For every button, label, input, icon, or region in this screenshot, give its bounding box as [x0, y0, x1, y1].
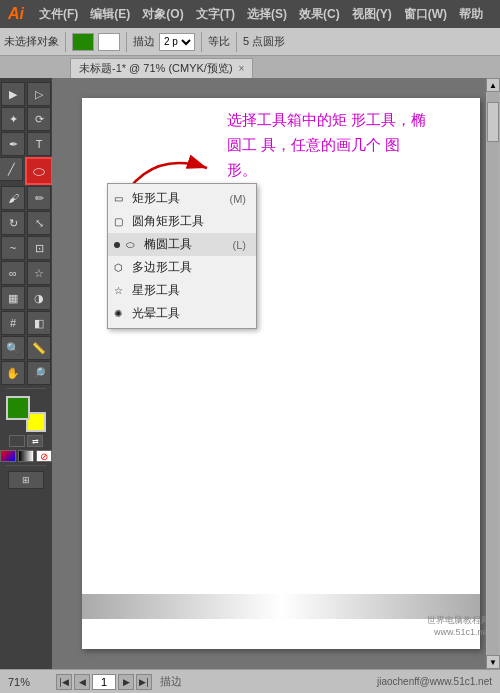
page-nav: |◀ ◀ ▶ ▶|: [56, 674, 152, 690]
watermark: 世界电脑教程网 www.51c1.net: [427, 614, 490, 639]
watermark-status: jiaochenff@www.51c1.net: [377, 676, 492, 687]
right-scrollbar: ▲ ▼: [486, 78, 500, 669]
gradient-tool[interactable]: ◧: [27, 311, 51, 335]
tool-row-3: ✒ T: [1, 132, 51, 156]
color-mini-row: ⇄: [9, 435, 43, 447]
fg-color-box[interactable]: [6, 396, 30, 420]
scale-tool[interactable]: ⤡: [27, 211, 51, 235]
page-input[interactable]: [92, 674, 116, 690]
status-right: jiaochenff@www.51c1.net: [377, 676, 492, 687]
tool-row-1: ▶ ▷: [1, 82, 51, 106]
menu-item-rect[interactable]: ▭ 矩形工具 (M): [108, 187, 256, 210]
symbol-tool[interactable]: ☆: [27, 261, 51, 285]
shape-label: 5 点圆形: [243, 34, 285, 49]
tool-row-4: ╱ ⬭: [0, 157, 53, 185]
status-info: 描边: [160, 674, 182, 689]
magic-wand-tool[interactable]: ✦: [1, 107, 25, 131]
toolbar: 未选择对象 描边 2 pt 1 pt 3 pt 等比 5 点圆形: [0, 28, 500, 56]
scroll-up-btn[interactable]: ▲: [486, 78, 500, 92]
tool-row-6: ↻ ⤡: [1, 211, 51, 235]
menu-window[interactable]: 窗口(W): [399, 4, 452, 25]
prev-page-btn[interactable]: ◀: [74, 674, 90, 690]
tool-row-10: # ◧: [1, 311, 51, 335]
first-page-btn[interactable]: |◀: [56, 674, 72, 690]
menu-item-flare[interactable]: ✺ 光晕工具: [108, 302, 256, 325]
shape-tool-highlighted[interactable]: ⬭: [25, 157, 53, 185]
pt-select[interactable]: 2 pt 1 pt 3 pt: [159, 33, 195, 51]
menu-item-ellipse-shortcut: (L): [233, 239, 246, 251]
describe-label: 描边: [133, 34, 155, 49]
menu-effect[interactable]: 效果(C): [294, 4, 345, 25]
flare-tool-icon: ✺: [114, 308, 126, 320]
tool-row-2: ✦ ⟳: [1, 107, 51, 131]
tool-sep2: [6, 465, 46, 466]
graph-tool[interactable]: ▦: [1, 286, 25, 310]
zoom-tool[interactable]: 🔎: [27, 361, 51, 385]
eyedropper-tool[interactable]: 🔍: [1, 336, 25, 360]
select-tool[interactable]: ▶: [1, 82, 25, 106]
ai-logo: Ai: [8, 5, 24, 23]
menu-item-flare-label: 光晕工具: [132, 305, 180, 322]
scroll-thumb[interactable]: [487, 102, 499, 142]
stroke-color-box[interactable]: [98, 33, 120, 51]
main-area: ▶ ▷ ✦ ⟳ ✒ T ╱ ⬭ 🖌 ✏ ↻ ⤡ ~ ⊡ ∞: [0, 78, 500, 669]
unselected-label: 未选择对象: [4, 34, 59, 49]
paintbrush-tool[interactable]: 🖌: [1, 186, 25, 210]
menu-help[interactable]: 帮助: [454, 4, 488, 25]
tool-row-7: ~ ⊡: [1, 236, 51, 260]
fill-color-box[interactable]: [72, 33, 94, 51]
rect-tool-icon: ▭: [114, 193, 126, 205]
menu-item-rect-shortcut: (M): [230, 193, 247, 205]
tool-row-12: ✋ 🔎: [1, 361, 51, 385]
tool-row-9: ▦ ◑: [1, 286, 51, 310]
pencil-tool[interactable]: ✏: [27, 186, 51, 210]
line-tool[interactable]: ╱: [0, 157, 23, 181]
menu-edit[interactable]: 编辑(E): [85, 4, 135, 25]
screen-mode-btn[interactable]: ⊞: [8, 471, 44, 489]
pie-graph-tool[interactable]: ◑: [27, 286, 51, 310]
none-btn[interactable]: ⊘: [36, 450, 52, 462]
zoom-level: 71%: [8, 676, 48, 688]
mesh-tool[interactable]: #: [1, 311, 25, 335]
scroll-down-btn[interactable]: ▼: [486, 655, 500, 669]
type-tool[interactable]: T: [27, 132, 51, 156]
color-boxes: [6, 396, 46, 432]
doc-tab-close[interactable]: ×: [239, 63, 245, 74]
sep2: [126, 32, 127, 52]
menu-item-star-label: 星形工具: [132, 282, 180, 299]
tool-row-5: 🖌 ✏: [1, 186, 51, 210]
menu-item-rect-label: 矩形工具: [132, 190, 180, 207]
rounded-rect-tool-icon: ▢: [114, 216, 126, 228]
menu-text[interactable]: 文字(T): [191, 4, 240, 25]
next-page-btn[interactable]: ▶: [118, 674, 134, 690]
menu-item-rounded-rect[interactable]: ▢ 圆角矩形工具: [108, 210, 256, 233]
default-color-btn[interactable]: [9, 435, 25, 447]
color-btn[interactable]: [0, 450, 16, 462]
menu-item-ellipse[interactable]: ⬭ 椭圆工具 (L): [108, 233, 256, 256]
scale-label: 等比: [208, 34, 230, 49]
free-transform-tool[interactable]: ⊡: [27, 236, 51, 260]
left-toolbar: ▶ ▷ ✦ ⟳ ✒ T ╱ ⬭ 🖌 ✏ ↻ ⤡ ~ ⊡ ∞: [0, 78, 52, 669]
menu-item-star[interactable]: ☆ 星形工具: [108, 279, 256, 302]
warp-tool[interactable]: ~: [1, 236, 25, 260]
menu-file[interactable]: 文件(F): [34, 4, 83, 25]
menu-item-polygon[interactable]: ⬡ 多边形工具: [108, 256, 256, 279]
direct-select-tool[interactable]: ▷: [27, 82, 51, 106]
menu-item-ellipse-label: 椭圆工具: [144, 236, 192, 253]
doc-tab[interactable]: 未标题-1* @ 71% (CMYK/预览) ×: [70, 58, 253, 78]
lasso-tool[interactable]: ⟳: [27, 107, 51, 131]
menu-view[interactable]: 视图(Y): [347, 4, 397, 25]
hand-tool[interactable]: ✋: [1, 361, 25, 385]
gradient-btn[interactable]: [18, 450, 34, 462]
pen-tool[interactable]: ✒: [1, 132, 25, 156]
menu-object[interactable]: 对象(O): [137, 4, 188, 25]
swap-color-btn[interactable]: ⇄: [27, 435, 43, 447]
last-page-btn[interactable]: ▶|: [136, 674, 152, 690]
menu-bar[interactable]: 文件(F) 编辑(E) 对象(O) 文字(T) 选择(S) 效果(C) 视图(Y…: [34, 4, 488, 25]
blend-tool[interactable]: ∞: [1, 261, 25, 285]
menu-select[interactable]: 选择(S): [242, 4, 292, 25]
rotate-tool[interactable]: ↻: [1, 211, 25, 235]
annotation-text: 选择工具箱中的矩 形工具，椭圆工 具，任意的画几个 图形。: [227, 108, 427, 182]
measure-tool[interactable]: 📏: [27, 336, 51, 360]
scroll-track: [487, 92, 499, 655]
